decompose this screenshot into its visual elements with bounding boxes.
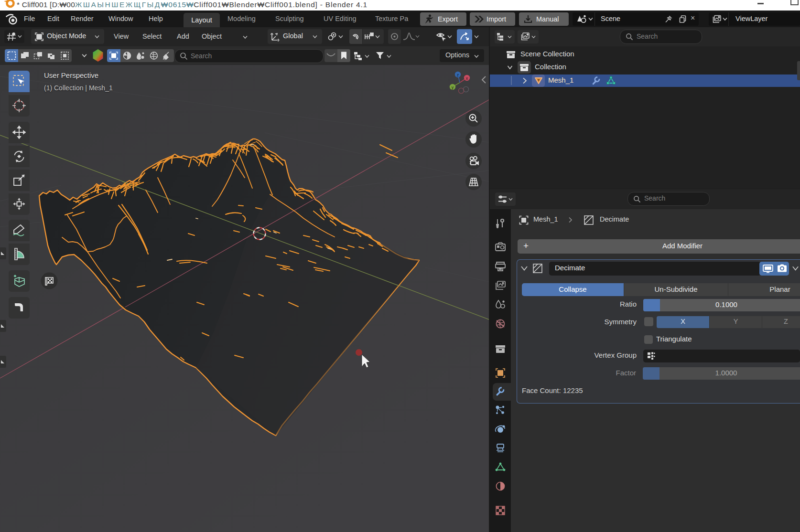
svg-text:y: y: [452, 85, 454, 90]
svg-text:x: x: [466, 76, 468, 81]
svg-text:z: z: [457, 73, 459, 77]
